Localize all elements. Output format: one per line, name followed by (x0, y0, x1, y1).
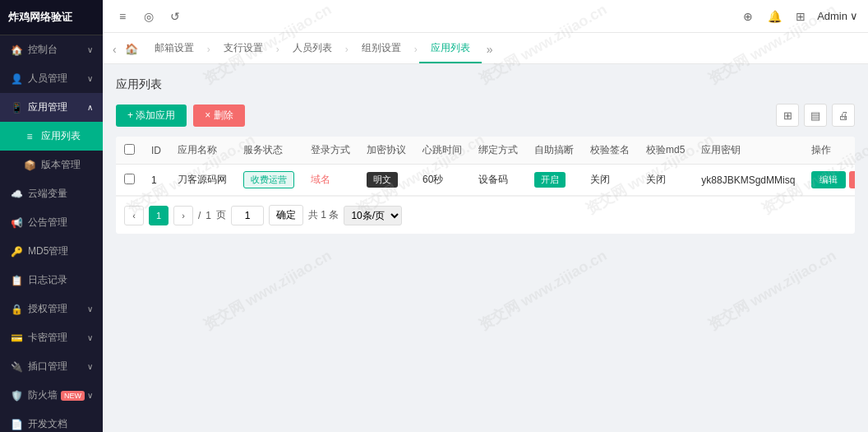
sidebar-item-firewall[interactable]: 🛡️ 防火墙 NEW ∨ (0, 381, 103, 410)
total-records: 共 1 条 (308, 208, 339, 222)
sidebar-item-version-mgmt[interactable]: 📦 版本管理 (0, 151, 103, 179)
th-verify-sign: 校验签名 (582, 137, 638, 165)
chevron-icon: ∨ (87, 391, 93, 400)
th-id: ID (143, 137, 169, 165)
grid-icon[interactable]: ⊞ (791, 7, 810, 26)
breadcrumb-bar: ‹ 🏠 邮箱设置 › 支行设置 › 人员列表 › 组别设置 › 应用列表 » (103, 33, 868, 64)
bc-tab-pay[interactable]: 支行设置 (212, 35, 275, 63)
dashboard-icon: 🏠 (10, 44, 23, 57)
new-badge: NEW (61, 391, 85, 401)
filter-btn[interactable]: ▤ (804, 104, 827, 127)
user-icon: 👤 (10, 72, 23, 86)
th-login-type: 登录方式 (302, 137, 358, 165)
service-status-badge: 收费运营 (243, 171, 294, 188)
th-verify-md5: 校验md5 (638, 137, 693, 165)
firewall-icon: 🛡️ (10, 389, 23, 402)
app-table: ID 应用名称 服务状态 登录方式 加密协议 心跳时间 绑定方式 自助搞断 校验… (116, 137, 855, 234)
bc-tab-mail[interactable]: 邮箱设置 (143, 35, 205, 63)
sidebar-item-card-mgmt[interactable]: 💳 卡密管理 ∨ (0, 323, 103, 352)
docs-icon: 📄 (10, 418, 23, 431)
row-checkbox[interactable] (124, 174, 135, 184)
row-id: 1 (143, 165, 169, 196)
sidebar-item-dev-docs[interactable]: 📄 开发文档 (0, 410, 103, 432)
md5-icon: 🔑 (10, 245, 23, 258)
refresh-icon[interactable]: ↺ (165, 7, 185, 26)
row-verify-sign: 关闭 (582, 165, 638, 196)
version-icon: 📦 (23, 159, 36, 172)
announcement-icon: 📢 (10, 216, 23, 230)
page-1-btn[interactable]: 1 (149, 206, 169, 225)
bc-more-arrow[interactable]: » (483, 43, 496, 56)
main-area: ≡ ◎ ↺ ⊕ 🔔 ⊞ Admin ∨ ‹ 🏠 邮箱设置 › 支行设置 › (103, 0, 868, 432)
card-icon: 💳 (10, 332, 23, 345)
sidebar-item-user-mgmt[interactable]: 👤 人员管理 ∨ (0, 64, 103, 93)
bc-tab-user-list[interactable]: 人员列表 (281, 35, 344, 63)
bc-tab-app-list[interactable]: 应用列表 (419, 35, 482, 63)
row-name: 刀客源码网 (169, 165, 235, 196)
th-auto-kick: 自助搞断 (526, 137, 582, 165)
topbar: ≡ ◎ ↺ ⊕ 🔔 ⊞ Admin ∨ (103, 0, 868, 33)
select-all-checkbox[interactable] (124, 144, 135, 155)
sidebar-item-dashboard[interactable]: 🏠 控制台 ∨ (0, 35, 103, 64)
th-service-status: 服务状态 (235, 137, 302, 165)
sidebar: 炸鸡网络验证 🏠 控制台 ∨ 👤 人员管理 ∨ 📱 应用管理 ∧ ≡ 应用列表 … (0, 0, 103, 432)
add-icon[interactable]: ⊕ (738, 7, 758, 26)
bc-tab-group[interactable]: 组别设置 (350, 35, 413, 63)
bc-home-icon[interactable]: 🏠 (122, 36, 141, 62)
table-row: 1 刀客源码网 收费运营 域名 明文 60秒 设备码 (116, 165, 855, 196)
next-page-btn[interactable]: › (173, 206, 193, 225)
th-secret-key: 应用密钥 (693, 137, 803, 165)
sidebar-item-app-mgmt[interactable]: 📱 应用管理 ∧ (0, 93, 103, 122)
page-content: 应用列表 + 添加应用 × 删除 ⊞ ▤ 🖨 ID (103, 64, 868, 432)
row-login-type: 域名 (302, 165, 358, 196)
page-title: 应用列表 (116, 77, 855, 92)
page-confirm-btn[interactable]: 确定 (269, 205, 303, 225)
chevron-icon: ∨ (87, 304, 93, 314)
row-checkbox-cell (116, 165, 143, 196)
app-icon: 📱 (10, 101, 23, 114)
admin-dropdown[interactable]: Admin ∨ (817, 10, 858, 22)
chevron-down-icon: ∨ (850, 10, 858, 22)
page-label: 页 (216, 208, 226, 222)
toolbar: + 添加应用 × 删除 ⊞ ▤ 🖨 (116, 104, 855, 127)
add-app-button[interactable]: + 添加应用 (116, 105, 187, 127)
prev-page-btn[interactable]: ‹ (124, 206, 144, 225)
topbar-right: ⊕ 🔔 ⊞ Admin ∨ (738, 7, 858, 26)
sidebar-item-logs[interactable]: 📋 日志记录 (0, 266, 103, 295)
sidebar-item-auth-mgmt[interactable]: 🔒 授权管理 ∨ (0, 295, 103, 323)
chevron-icon: ∨ (87, 362, 93, 371)
row-service-status: 收费运营 (235, 165, 302, 196)
delete-button[interactable]: × 删除 (193, 105, 244, 127)
notification-icon[interactable]: 🔔 (764, 7, 784, 26)
row-operations: 编辑 更多 ∨ (803, 165, 855, 196)
logs-icon: 📋 (10, 274, 23, 287)
total-pages: 1 (205, 210, 211, 221)
sidebar-item-plugin-mgmt[interactable]: 🔌 插口管理 ∨ (0, 352, 103, 381)
sidebar-item-cloud-sync[interactable]: ☁️ 云端变量 (0, 179, 103, 208)
bc-back-arrow[interactable]: ‹ (109, 43, 120, 56)
pagination: ‹ 1 › / 1 页 确定 共 1 条 10条/页 20条/页 50条/页 (116, 196, 855, 234)
toolbar-right: ⊞ ▤ 🖨 (776, 104, 855, 127)
breadcrumb-nav: ‹ 🏠 邮箱设置 › 支行设置 › 人员列表 › 组别设置 › 应用列表 » (109, 35, 496, 63)
menu-toggle-icon[interactable]: ≡ (113, 7, 132, 26)
edit-button[interactable]: 编辑 (811, 171, 846, 188)
row-heartbeat: 60秒 (414, 165, 470, 196)
page-separator: / (198, 210, 201, 221)
sidebar-item-announcement[interactable]: 📢 公告管理 (0, 208, 103, 237)
row-auto-kick: 开启 (526, 165, 582, 196)
settings-icon[interactable]: ◎ (139, 7, 159, 26)
more-button[interactable]: 更多 ∨ (849, 171, 855, 188)
auto-kick-badge: 开启 (534, 172, 566, 188)
th-operations: 操作 (803, 137, 855, 165)
page-jump-input[interactable] (231, 206, 264, 225)
th-bind-type: 绑定方式 (470, 137, 526, 165)
per-page-select[interactable]: 10条/页 20条/页 50条/页 (344, 206, 402, 225)
sidebar-item-app-list[interactable]: ≡ 应用列表 (0, 122, 103, 151)
print-btn[interactable]: 🖨 (832, 104, 855, 127)
table-view-btn[interactable]: ⊞ (776, 104, 799, 127)
sidebar-item-md5[interactable]: 🔑 MD5管理 (0, 237, 103, 266)
th-name: 应用名称 (169, 137, 235, 165)
chevron-up-icon: ∧ (87, 103, 93, 112)
th-encrypt: 加密协议 (358, 137, 414, 165)
auth-icon: 🔒 (10, 303, 23, 316)
